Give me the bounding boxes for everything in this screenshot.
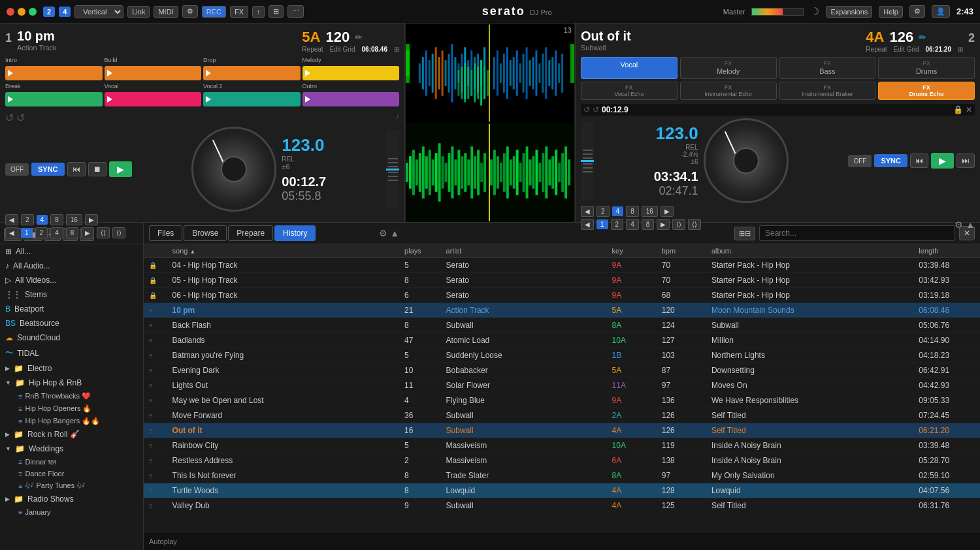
deck2-next-btn[interactable]: ⏭ [956,154,975,168]
cue-intro-btn[interactable] [5,66,103,80]
grid-button[interactable]: ⊞ [269,5,284,18]
expansions-button[interactable]: Expansions [826,6,872,18]
deck1-repeat[interactable]: Repeat [302,46,323,53]
note-icon[interactable]: ♪ [395,112,399,124]
apps-button[interactable]: ⋯ [287,5,304,18]
deck2-platter[interactable] [704,118,789,203]
deck2-nav2-4[interactable]: 4 [626,219,639,230]
sidebar-item-all[interactable]: ⊞ All... [0,244,143,259]
deck2-repeat[interactable]: Repeat [866,46,887,53]
deck1-pitch-strip[interactable] [386,130,399,208]
deck2-nav-8[interactable]: 8 [626,206,639,217]
sidebar-item-hiphop-bangers[interactable]: ≡ Hip Hop Bangers 🔥🔥 [0,415,143,427]
col-song-header[interactable]: song ▲ [167,244,400,258]
table-row[interactable]: ≡ May we be Open and Lost 4 Flying Blue … [144,393,980,408]
deck1-nav-next1[interactable]: ▶ [85,214,98,225]
deck2-loop-icon1[interactable]: ↺ [583,105,590,114]
deck2-lock-icon[interactable]: 🔒 [953,105,963,114]
deck1-nav-8[interactable]: 8 [50,214,63,225]
minimize-dot[interactable] [18,8,25,16]
deck1-nav-2[interactable]: 2 [21,214,34,225]
sidebar-item-all-audio[interactable]: ♪ All Audio... [0,259,143,273]
table-row[interactable]: 🔒 06 - Hip Hop Track 6 Serato 9A 68 Star… [144,288,980,303]
deck2-nav-16[interactable]: 16 [642,206,658,217]
deck1-edit-grid[interactable]: Edit Grid [330,46,355,53]
deck2-arrow-icon[interactable]: ▲ [966,219,975,230]
export-button[interactable]: ↑ [252,6,265,18]
deck2-nav2-next[interactable]: ▶ [657,219,670,230]
deck2-loop-icon2[interactable]: ↺ [593,105,599,114]
deck2-fx-inst-brake[interactable]: FX Instrumental Braker [779,82,876,100]
deck1-nav2-2[interactable]: 2 [35,227,48,238]
deck2-play-btn[interactable]: ▶ [931,153,954,169]
sidebar-item-weddings[interactable]: ▼ 📁 Weddings [0,442,143,456]
deck2-fx-bass[interactable]: FX Bass [779,57,876,79]
deck2-fx-vocal-echo[interactable]: FX Vocal Echo [581,82,678,100]
deck1-nav-4[interactable]: 4 [37,215,48,225]
deck2-sync-btn[interactable]: SYNC [874,154,907,167]
deck2-nav-4[interactable]: 4 [612,206,624,216]
sidebar-item-january[interactable]: ≡ January [0,506,143,518]
deck2-off-btn[interactable]: OFF [848,155,872,167]
layout-dropdown[interactable]: Vertical [74,5,123,18]
table-row[interactable]: ≡ 10 pm 21 Action Track 5A 120 Moon Moun… [144,303,980,318]
cue-build-btn[interactable] [105,66,202,80]
table-row[interactable]: ≡ Lights Out 11 Solar Flower 11A 97 Move… [144,378,980,393]
sidebar-item-rnb[interactable]: ≡ RnB Throwbacks ❤️ [0,390,143,402]
sidebar-item-rocknroll[interactable]: ▶ 📁 Rock n Roll 🎸 [0,427,143,442]
loop-icon-1[interactable]: ↺ [5,112,14,124]
deck1-arrow-icon[interactable]: ▲ [390,228,399,238]
deck2-nav-prev2[interactable]: ◀ [581,219,594,230]
cue-break-btn[interactable] [5,92,103,106]
cue-vocal2-btn[interactable] [203,92,301,106]
settings-icon-btn[interactable]: ⚙ [182,5,198,18]
table-row[interactable]: ≡ Out of it 16 Subwall 4A 126 Self Title… [144,423,980,438]
deck1-nav2-loop2[interactable]: ⟨⟩ [112,227,125,238]
deck2-nav2-1[interactable]: 1 [596,219,608,229]
deck1-nav2-4[interactable]: 4 [50,227,63,238]
table-row[interactable]: 🔒 05 - Hip Hop Track 8 Serato 9A 70 Star… [144,273,980,288]
col-bpm-header[interactable]: bpm [657,244,706,258]
deck1-off-btn[interactable]: OFF [5,163,29,176]
deck1-sync-btn[interactable]: SYNC [31,163,65,176]
deck2-edit-grid[interactable]: Edit Grid [894,46,919,53]
rec-button[interactable]: REC [202,6,226,18]
close-dot[interactable] [7,8,14,16]
table-row[interactable]: ≡ Rainbow City 5 Massiveism 10A 119 Insi… [144,438,980,453]
sidebar-item-beatport[interactable]: B Beatport [0,302,143,316]
deck2-bottom-icon[interactable]: ⚙ [955,219,963,230]
sidebar-item-stems[interactable]: ⋮⋮ Stems [0,287,143,302]
deck2-fx-inst-echo[interactable]: FX Instrumental Echo [680,82,777,100]
deck1-prev-btn[interactable]: ⏮ [67,162,86,176]
cue-vocal-btn[interactable] [105,92,202,106]
sidebar-item-soundcloud[interactable]: ☁ SoundCloud [0,331,143,345]
deck2-fx-melody[interactable]: FX Melody [680,57,777,79]
deck1-nav2-loop1[interactable]: ⟨⟩ [97,227,110,238]
deck2-fx-drums-echo[interactable]: FX Drums Echo [878,82,975,100]
midi-button[interactable]: MIDI [154,6,178,18]
deck2-fx-vocal[interactable]: Vocal [581,57,678,79]
deck2-pitch-strip[interactable] [581,121,594,200]
deck2-nav2-8[interactable]: 8 [642,219,655,230]
deck1-nav2-8[interactable]: 8 [66,227,79,238]
col-length-header[interactable]: length [913,244,980,258]
deck2-nav-prev1[interactable]: ◀ [581,206,594,217]
help-button[interactable]: Help [879,6,903,18]
table-row[interactable]: ≡ Batman you're Fying 5 Suddenly Loose 1… [144,348,980,363]
sidebar-item-partytunes[interactable]: ≡ 🎶 Party Tunes 🎶 [0,479,143,492]
cue-drop-btn[interactable] [203,66,301,80]
deck2-nav2-2[interactable]: 2 [611,219,624,230]
table-row[interactable]: ≡ Back Flash 8 Subwall 8A 124 Subwall 05… [144,318,980,333]
table-row[interactable]: ≡ Restless Address 2 Massiveism 6A 138 I… [144,453,980,468]
loop-icon-2[interactable]: ↺ [16,112,25,124]
col-key-header[interactable]: key [607,244,657,258]
deck1-bottom-icon[interactable]: ⚙ [379,228,387,238]
table-row[interactable]: ≡ This Is Not forever 8 Trade Slater 8A … [144,468,980,483]
deck2-nav-next1[interactable]: ▶ [661,206,674,217]
table-row[interactable]: ≡ Valley Dub 9 Subwall 4A 125 Self Title… [144,498,980,513]
sidebar-item-all-videos[interactable]: ▷ All Videos... [0,273,143,287]
table-row[interactable]: 🔒 04 - Hip Hop Track 5 Serato 9A 70 Star… [144,258,980,273]
sidebar-item-hiphop[interactable]: ▼ 📁 Hip Hop & RnB [0,376,143,390]
deck1-nav2-next[interactable]: ▶ [81,227,94,238]
settings-button[interactable]: ⚙ [909,5,925,18]
